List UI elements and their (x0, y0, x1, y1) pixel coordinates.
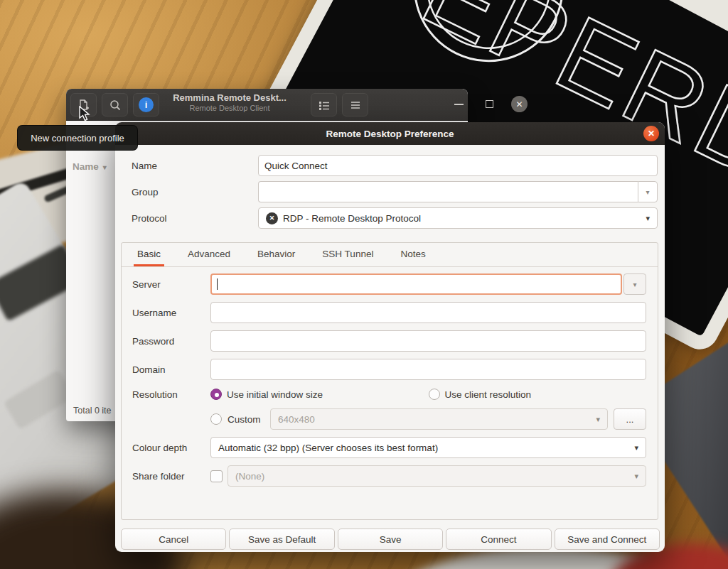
tab-notes[interactable]: Notes (397, 243, 429, 266)
domain-input[interactable] (210, 359, 646, 380)
tooltip-new-connection-profile: New connection profile (17, 125, 138, 151)
view-list-button[interactable] (311, 93, 337, 116)
mouse-cursor-icon (78, 106, 92, 126)
about-button[interactable]: i (133, 93, 159, 116)
colour-depth-dropdown[interactable]: Automatic (32 bpp) (Server chooses its b… (210, 437, 646, 458)
share-folder-checkbox[interactable] (210, 470, 223, 482)
share-folder-value: (None) (235, 471, 264, 482)
radio-custom[interactable] (210, 413, 222, 425)
name-column-header[interactable]: Name▾ (73, 161, 107, 172)
group-input[interactable] (258, 181, 638, 202)
main-window-subtitle: Remote Desktop Client (159, 104, 301, 114)
group-combo: ▾ (258, 181, 658, 202)
protocol-dropdown[interactable]: ✕ RDP - Remote Desktop Protocol ▾ (258, 207, 658, 229)
colour-depth-value: Automatic (32 bpp) (Server chooses its b… (218, 443, 438, 453)
name-input[interactable] (258, 155, 658, 176)
dialog-action-buttons: Cancel Save as Default Save Connect Save… (121, 529, 660, 550)
hamburger-menu-icon (349, 99, 362, 112)
share-folder-dropdown[interactable]: (None) ▾ (228, 465, 646, 487)
radio-label: Use initial window size (227, 389, 323, 400)
username-label: Username (132, 308, 210, 318)
chevron-down-icon: ▾ (646, 188, 649, 196)
ellipsis-icon: ... (626, 414, 634, 425)
menu-button[interactable] (342, 93, 368, 116)
name-column-label: Name (73, 161, 99, 172)
dialog-close-button[interactable]: ✕ (643, 126, 659, 141)
main-window-headerbar[interactable]: i Remmina Remote Deskt... Remote Desktop… (66, 89, 468, 121)
group-dropdown-button[interactable]: ▾ (638, 181, 658, 202)
chevron-down-icon: ▾ (633, 281, 636, 288)
tab-ssh-tunnel[interactable]: SSH Tunnel (318, 243, 377, 266)
colour-depth-label: Colour depth (132, 443, 210, 453)
remote-desktop-preference-dialog: Remote Desktop Preference ✕ Name Group ▾… (115, 122, 665, 552)
server-input[interactable] (210, 273, 622, 295)
dialog-title: Remote Desktop Preference (326, 129, 454, 139)
chevron-down-icon: ▾ (634, 443, 638, 453)
connect-button[interactable]: Connect (446, 529, 551, 550)
group-label: Group (132, 187, 258, 197)
custom-resolution-value: 640x480 (278, 414, 315, 425)
custom-resolution-dropdown[interactable]: 640x480 ▾ (270, 408, 608, 430)
save-as-default-button[interactable]: Save as Default (229, 529, 334, 550)
resolution-more-button[interactable]: ... (614, 408, 646, 430)
protocol-value: RDP - Remote Desktop Protocol (283, 213, 421, 224)
password-input[interactable] (210, 330, 646, 352)
share-folder-row: (None) ▾ (210, 465, 646, 487)
rdp-protocol-icon: ✕ (266, 212, 278, 224)
server-combo: ▾ (210, 273, 646, 295)
cancel-button[interactable]: Cancel (121, 529, 226, 550)
info-icon: i (139, 97, 154, 112)
password-label: Password (132, 336, 210, 347)
main-window-title: Remmina Remote Deskt... (159, 92, 301, 104)
radio-checked-icon (210, 389, 222, 400)
custom-resolution-row: Custom 640x480 ▾ ... (210, 408, 646, 430)
search-button[interactable] (102, 93, 128, 116)
radio-label: Use client resolution (445, 389, 532, 400)
tooltip-text: New connection profile (31, 133, 124, 143)
save-and-connect-button[interactable]: Save and Connect (555, 529, 660, 550)
basic-tab-content: Server ▾ Username Password Domain Resolu… (122, 267, 658, 487)
chevron-down-icon: ▾ (596, 415, 600, 424)
name-label: Name (132, 161, 258, 171)
resolution-radio-row: Use initial window size Use client resol… (210, 387, 646, 401)
radio-unchecked-icon (429, 389, 440, 400)
tab-behavior[interactable]: Behavior (254, 243, 299, 266)
status-total-items: Total 0 ite (73, 406, 112, 416)
sort-descending-icon: ▾ (103, 163, 107, 171)
close-icon: ✕ (648, 129, 655, 139)
search-icon (109, 99, 122, 112)
tab-advanced[interactable]: Advanced (184, 243, 234, 266)
close-window-button[interactable]: ✕ (511, 96, 528, 112)
list-view-icon (318, 99, 331, 112)
close-icon: ✕ (515, 99, 523, 109)
resolution-label: Resolution (132, 389, 210, 400)
save-button[interactable]: Save (338, 529, 443, 550)
tab-basic[interactable]: Basic (134, 243, 164, 266)
profile-fields: Name Group ▾ Protocol ✕ RDP - Remote Des… (132, 155, 658, 229)
protocol-label: Protocol (132, 213, 258, 224)
username-input[interactable] (210, 302, 646, 323)
tab-bar: Basic Advanced Behavior SSH Tunnel Notes (122, 243, 658, 267)
custom-label: Custom (228, 414, 264, 425)
chevron-down-icon: ▾ (646, 214, 650, 223)
main-window-title-block: Remmina Remote Deskt... Remote Desktop C… (159, 92, 301, 114)
server-dropdown-button[interactable]: ▾ (623, 273, 646, 295)
chevron-down-icon: ▾ (634, 472, 638, 481)
dialog-titlebar[interactable]: Remote Desktop Preference ✕ (115, 122, 665, 145)
maximize-button[interactable] (486, 100, 493, 108)
text-caret (217, 278, 218, 290)
share-folder-label: Share folder (132, 471, 210, 482)
radio-use-client-resolution[interactable]: Use client resolution (429, 389, 647, 400)
settings-notebook: Basic Advanced Behavior SSH Tunnel Notes… (121, 242, 658, 520)
radio-use-initial-window-size[interactable]: Use initial window size (210, 389, 429, 400)
server-label: Server (132, 279, 210, 290)
domain-label: Domain (132, 364, 210, 375)
minimize-button[interactable] (454, 104, 464, 105)
